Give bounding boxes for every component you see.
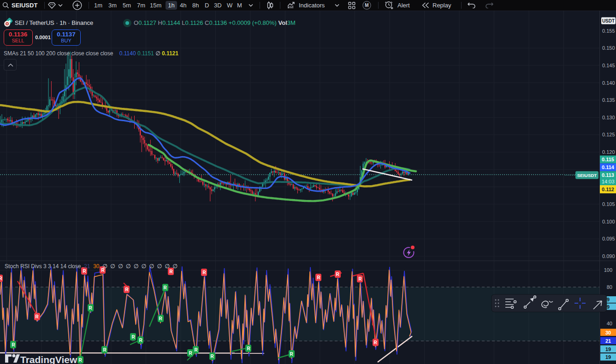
svg-text:R: R (0, 276, 2, 281)
svg-text:R: R (358, 276, 362, 282)
svg-text:0.150: 0.150 (602, 45, 615, 51)
svg-text:100: 100 (604, 267, 612, 273)
svg-text:R: R (78, 358, 82, 363)
svg-text:R: R (194, 347, 198, 352)
svg-text:0.113: 0.113 (602, 172, 614, 178)
svg-text:0.120: 0.120 (602, 149, 615, 155)
svg-text:0.095: 0.095 (602, 236, 615, 241)
svg-text:R: R (163, 285, 167, 290)
svg-text:R: R (139, 338, 142, 343)
svg-text:0.140: 0.140 (602, 80, 615, 86)
svg-text:0.114: 0.114 (602, 164, 615, 170)
svg-text:R: R (169, 269, 173, 274)
svg-text:M: M (365, 3, 368, 8)
svg-text:0.090: 0.090 (602, 253, 615, 259)
svg-text:R: R (189, 351, 192, 356)
svg-text:R: R (89, 305, 92, 311)
svg-text:9: 9 (607, 304, 610, 310)
svg-text:80: 80 (607, 284, 612, 290)
svg-text:R: R (202, 270, 206, 275)
svg-text:0.130: 0.130 (602, 115, 615, 120)
svg-text:R: R (210, 354, 214, 359)
svg-text:0.145: 0.145 (602, 63, 615, 68)
svg-text:21: 21 (605, 338, 611, 344)
svg-text:40: 40 (607, 321, 612, 326)
svg-text:R: R (12, 342, 15, 347)
svg-text:0.100: 0.100 (602, 219, 615, 224)
svg-text:R: R (159, 316, 162, 321)
svg-text:R: R (125, 287, 129, 292)
svg-text:19: 19 (605, 346, 611, 352)
svg-text:SEIUSDT: SEIUSDT (577, 173, 597, 178)
svg-text:0.125: 0.125 (602, 132, 615, 137)
svg-text:0.115: 0.115 (602, 157, 614, 162)
svg-text:R: R (247, 346, 250, 351)
svg-text:R: R (103, 347, 107, 352)
svg-text:0.155: 0.155 (602, 28, 615, 34)
svg-text:TradingView: TradingView (20, 354, 77, 364)
svg-text:R: R (131, 335, 135, 340)
svg-text:0.135: 0.135 (602, 97, 615, 103)
svg-text:0.112: 0.112 (602, 187, 614, 192)
svg-text:30: 30 (605, 330, 611, 335)
svg-text:19: 19 (605, 354, 611, 360)
svg-text:14:03: 14:03 (602, 179, 615, 184)
svg-text:R: R (35, 314, 39, 319)
svg-text:USDT: USDT (602, 18, 615, 23)
svg-text:R: R (290, 352, 293, 357)
svg-text:R: R (336, 272, 339, 277)
svg-text:0.105: 0.105 (602, 201, 615, 207)
svg-text:9: 9 (607, 297, 610, 302)
svg-text:R: R (317, 275, 320, 280)
svg-text:R: R (373, 340, 377, 345)
